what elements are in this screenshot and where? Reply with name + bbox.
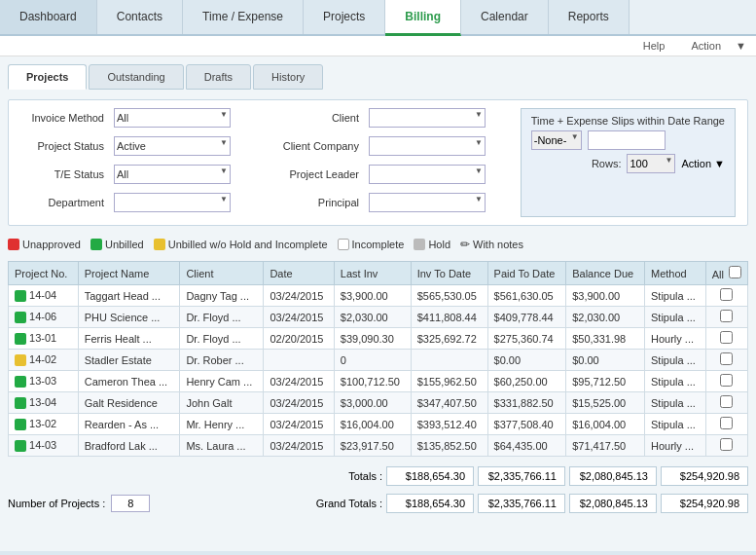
inv-to-date-cell: $565,530.05 [411,285,487,307]
row-select-checkbox[interactable] [720,310,733,322]
last-inv-cell: $39,090.30 [334,328,411,350]
row-checkbox-cell[interactable] [705,328,747,350]
last-inv-cell: $3,000.00 [334,392,411,414]
row-checkbox-cell[interactable] [705,350,747,371]
date-range-filter: Time + Expense Slips within Date Range -… [521,108,736,217]
project-name-cell[interactable]: PHU Science ... [78,307,180,328]
department-select[interactable] [114,193,231,212]
project-leader-select[interactable] [369,165,486,184]
table-row[interactable]: 14-04Taggart Head ...Dagny Tag ...03/24/… [9,285,748,307]
filter-area: Invoice Method All Project Status Active [8,99,748,226]
sub-tab-drafts[interactable]: Drafts [186,64,251,90]
grand-totals-paid-to-date: $2,080,845.13 [569,494,657,513]
col-header-project-name[interactable]: Project Name [78,262,180,285]
principal-select[interactable] [369,193,486,212]
table-row[interactable]: 13-04Galt ResidenceJohn Galt03/24/2015$3… [9,392,748,414]
last-inv-cell: 0 [334,350,411,371]
project-status-select[interactable]: Active [114,136,231,156]
project-no-cell[interactable]: 14-02 [9,350,79,371]
last-inv-cell: $100,712.50 [334,371,411,392]
date-range-to-input[interactable] [588,130,666,150]
notes-label: With notes [473,239,523,250]
row-checkbox-cell[interactable] [705,371,747,392]
col-header-inv-to-date[interactable]: Inv To Date [411,262,487,285]
project-name-cell[interactable]: Rearden - As ... [78,414,180,435]
nav-tab-dashboard[interactable]: Dashboard [0,0,97,34]
row-select-checkbox[interactable] [720,352,733,365]
grand-totals-row: Number of Projects : Grand Totals : $188… [8,490,748,517]
table-row[interactable]: 13-01Ferris Healt ...Dr. Floyd ...02/20/… [9,328,748,350]
project-no-cell[interactable]: 14-03 [9,435,79,457]
date-range-from-select[interactable]: -None- [531,130,582,150]
table-row[interactable]: 14-03Bradford Lak ...Ms. Laura ...03/24/… [9,435,748,457]
nav-tab-time-expense[interactable]: Time / Expense [183,0,304,34]
row-checkbox-cell[interactable] [705,435,747,457]
col-header-method[interactable]: Method [645,262,706,285]
sub-tab-history[interactable]: History [253,64,323,90]
project-name-cell[interactable]: Ferris Healt ... [78,328,180,350]
row-select-checkbox[interactable] [720,331,733,344]
client-select[interactable] [369,108,486,128]
nav-tab-calendar[interactable]: Calendar [461,0,549,34]
col-header-balance-due[interactable]: Balance Due [566,262,645,285]
project-name-cell[interactable]: Galt Residence [78,392,180,414]
col-header-date[interactable]: Date [264,262,334,285]
row-select-checkbox[interactable] [720,374,733,387]
row-checkbox-cell[interactable] [705,392,747,414]
table-row[interactable]: 13-02Rearden - As ...Mr. Henry ...03/24/… [9,414,748,435]
invoice-method-select[interactable]: All [114,108,231,128]
date-cell: 03/24/2015 [264,307,334,328]
balance-due-cell: $95,712.50 [566,371,645,392]
client-company-select[interactable] [369,136,486,156]
nav-tab-contacts[interactable]: Contacts [97,0,183,34]
client-cell: Henry Cam ... [180,371,264,392]
row-checkbox-cell[interactable] [705,414,747,435]
row-select-checkbox[interactable] [720,417,733,429]
col-header-client[interactable]: Client [180,262,264,285]
select-all-checkbox[interactable] [729,266,741,278]
table-row[interactable]: 14-02Stadler EstateDr. Rober ...0$0.00$0… [9,350,748,371]
col-header-last-inv[interactable]: Last Inv [334,262,411,285]
projects-count-input[interactable] [111,495,150,512]
project-no-cell[interactable]: 13-01 [9,328,79,350]
sub-tab-projects[interactable]: Projects [8,64,87,90]
nav-tab-billing[interactable]: Billing [385,0,461,36]
project-no-cell[interactable]: 13-02 [9,414,79,435]
balance-due-cell: $50,331.98 [566,328,645,350]
rows-select[interactable]: 100 [627,154,675,173]
project-name-cell[interactable]: Cameron Thea ... [78,371,180,392]
date-cell: 03/24/2015 [264,371,334,392]
sub-tab-outstanding[interactable]: Outstanding [89,64,183,90]
legend: Unapproved Unbilled Unbilled w/o Hold an… [8,234,748,255]
project-no-cell[interactable]: 13-04 [9,392,79,414]
action-dropdown-button[interactable]: Action ▼ [681,158,725,169]
row-select-checkbox[interactable] [720,438,733,451]
project-name-cell[interactable]: Bradford Lak ... [78,435,180,457]
col-header-all[interactable]: All [705,262,747,285]
main-content: Projects Outstanding Drafts History Invo… [0,56,756,551]
col-header-project-no[interactable]: Project No. [9,262,79,285]
te-status-select[interactable]: All [114,165,231,184]
row-select-checkbox[interactable] [720,288,733,301]
project-no-cell[interactable]: 14-04 [9,285,79,307]
method-cell: Stipula ... [645,350,706,371]
client-label: Client [275,112,363,124]
row-select-checkbox[interactable] [720,395,733,408]
row-checkbox-cell[interactable] [705,307,747,328]
project-no-cell[interactable]: 13-03 [9,371,79,392]
date-cell: 03/24/2015 [264,435,334,457]
project-no-cell[interactable]: 14-06 [9,307,79,328]
col-header-paid-to-date[interactable]: Paid To Date [487,262,566,285]
action-button[interactable]: Action ▼ [679,40,746,52]
unbilled-hold-label: Unbilled w/o Hold and Incomplete [168,239,328,250]
project-name-cell[interactable]: Stadler Estate [78,350,180,371]
table-row[interactable]: 14-06PHU Science ...Dr. Floyd ...03/24/2… [9,307,748,328]
row-checkbox-cell[interactable] [705,285,747,307]
nav-tab-reports[interactable]: Reports [549,0,630,34]
balance-due-cell: $2,030.00 [566,307,645,328]
nav-tab-projects[interactable]: Projects [304,0,385,34]
project-name-cell[interactable]: Taggart Head ... [78,285,180,307]
notes-pencil-icon: ✏ [460,238,470,251]
help-link[interactable]: Help [643,40,666,52]
table-row[interactable]: 13-03Cameron Thea ...Henry Cam ...03/24/… [9,371,748,392]
